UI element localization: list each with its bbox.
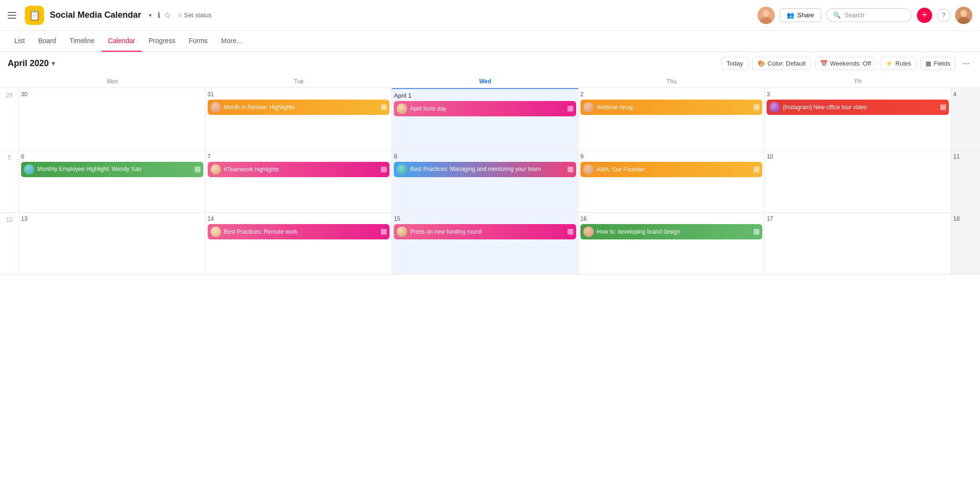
day-cell-apr15[interactable]: 15 Press on new funding round — [392, 213, 579, 275]
day-cell-apr14[interactable]: 14 Best Practices: Remote work — [206, 213, 392, 275]
event-indicator — [381, 104, 387, 110]
day-header-mon: Mon — [19, 75, 206, 88]
event-best-practices-managing[interactable]: Best Practices: Managing and mentoring y… — [394, 162, 576, 177]
day-cell-apr9[interactable]: 9 AMA: Our Founder — [579, 150, 765, 213]
week-row-1: 29 30 31 Month in Review: Highlights Apr… — [0, 88, 980, 150]
event-avatar — [397, 226, 407, 237]
event-april-fools[interactable]: April fools day — [394, 101, 576, 116]
day-num: 3 — [767, 91, 949, 98]
day-num: 30 — [21, 91, 203, 98]
menu-icon[interactable] — [8, 10, 19, 21]
star-icon[interactable]: ☆ — [164, 11, 171, 20]
day-num-apr1: April 1 — [394, 92, 576, 99]
day-cell-apr7[interactable]: 7 #Teamwork highlights — [206, 150, 392, 213]
calendar-grid: Mon Tue Wed Thu Fri 29 30 31 Month in Re… — [0, 75, 980, 275]
event-indicator — [195, 167, 200, 172]
event-instagram[interactable]: [Instagram] New office tour video — [767, 100, 949, 115]
week-row-3: 12 13 14 Best Practices: Remote work 15 … — [0, 213, 980, 275]
weekends-button[interactable]: 📅 Weekends: Off — [815, 57, 877, 70]
event-avatar — [583, 226, 594, 237]
day-cell-apr1[interactable]: April 1 April fools day — [392, 88, 579, 150]
event-press-funding[interactable]: Press on new funding round — [394, 224, 576, 239]
info-icon[interactable]: ℹ — [157, 11, 160, 20]
day-cell-apr11[interactable]: 11 — [951, 150, 980, 213]
event-avatar — [769, 102, 780, 113]
event-webinar-recap[interactable]: Webinar recap — [580, 100, 763, 115]
event-best-practices-remote[interactable]: Best Practices: Remote work — [208, 224, 390, 239]
event-label: Press on new funding round — [410, 228, 565, 235]
event-avatar — [211, 102, 221, 113]
day-num: 18 — [953, 215, 978, 222]
month-dropdown-icon[interactable]: ▾ — [52, 60, 55, 67]
day-num: 7 — [208, 153, 390, 160]
day-cell-apr8[interactable]: 8 Best Practices: Managing and mentoring… — [392, 150, 579, 213]
event-label: How to: developing brand design — [597, 228, 751, 235]
title-dropdown-icon[interactable]: ▾ — [149, 12, 152, 19]
header-right: 👥 Share 🔍 Search + ? — [757, 7, 972, 24]
day-num: 9 — [580, 153, 763, 160]
header-icons: ℹ ☆ — [157, 11, 171, 20]
today-button[interactable]: Today — [721, 57, 748, 70]
day-cell-apr2[interactable]: 2 Webinar recap — [579, 88, 765, 150]
share-button[interactable]: 👥 Share — [780, 8, 821, 22]
set-status-button[interactable]: ○ Set status — [178, 11, 212, 19]
day-cell-mar30[interactable]: 30 — [19, 88, 206, 150]
calendar-icon: 📅 — [820, 60, 828, 67]
event-month-in-review[interactable]: Month in Review: Highlights — [208, 100, 390, 115]
event-teamwork[interactable]: #Teamwork highlights — [208, 162, 390, 177]
day-num: 13 — [21, 215, 203, 222]
event-label: [Instagram] New office tour video — [783, 104, 937, 111]
event-label: Best Practices: Remote work — [224, 228, 379, 235]
day-cell-apr17[interactable]: 17 — [765, 213, 951, 275]
day-num: 11 — [953, 153, 978, 160]
more-options-button[interactable]: ··· — [959, 57, 972, 70]
tab-progress[interactable]: Progress — [142, 31, 182, 52]
share-icon: 👥 — [787, 11, 794, 19]
day-cell-apr16[interactable]: 16 How to: developing brand design — [579, 213, 765, 275]
tab-calendar[interactable]: Calendar — [101, 31, 142, 52]
event-indicator — [754, 104, 759, 110]
toolbar-right: Today 🎨 Color: Default 📅 Weekends: Off ⚡… — [721, 57, 972, 70]
day-num: 15 — [394, 215, 576, 222]
day-cell-apr6[interactable]: 6 Monthly Employee Highlight: Wendy Xao — [19, 150, 206, 213]
day-cell-apr10[interactable]: 10 — [765, 150, 951, 213]
color-icon: 🎨 — [757, 60, 765, 67]
search-box[interactable]: 🔍 Search — [826, 8, 912, 22]
event-indicator — [381, 167, 387, 172]
day-cell-apr4[interactable]: 4 — [951, 88, 980, 150]
search-icon: 🔍 — [833, 11, 841, 19]
day-cell-apr13[interactable]: 13 — [19, 213, 206, 275]
week-num-29: 29 — [0, 88, 19, 150]
tab-list[interactable]: List — [8, 31, 32, 52]
event-avatar — [397, 164, 407, 175]
day-header-tue: Tue — [206, 75, 392, 88]
tab-forms[interactable]: Forms — [182, 31, 214, 52]
event-indicator — [754, 167, 759, 172]
event-ama-founder[interactable]: AMA: Our Founder — [580, 162, 763, 177]
app-header: 📋 Social Media Calendar ▾ ℹ ☆ ○ Set stat… — [0, 0, 980, 31]
tab-more[interactable]: More... — [214, 31, 249, 52]
nav-tabs: List Board Timeline Calendar Progress Fo… — [0, 31, 980, 52]
color-button[interactable]: 🎨 Color: Default — [752, 57, 811, 70]
fields-icon: ▦ — [925, 60, 931, 67]
day-cell-apr3[interactable]: 3 [Instagram] New office tour video — [765, 88, 951, 150]
event-avatar — [24, 164, 34, 175]
event-label: #Teamwork highlights — [224, 166, 379, 173]
event-label: Best Practices: Managing and mentoring y… — [410, 166, 565, 173]
day-cell-apr18[interactable]: 18 — [951, 213, 980, 275]
tab-timeline[interactable]: Timeline — [63, 31, 101, 52]
day-cell-mar31[interactable]: 31 Month in Review: Highlights — [206, 88, 392, 150]
event-brand-design[interactable]: How to: developing brand design — [580, 224, 763, 239]
day-num: 2 — [580, 91, 763, 98]
help-button[interactable]: ? — [937, 9, 950, 22]
tab-board[interactable]: Board — [32, 31, 63, 52]
fields-button[interactable]: ▦ Fields — [920, 57, 956, 70]
event-label: AMA: Our Founder — [597, 166, 751, 173]
add-button[interactable]: + — [917, 8, 932, 23]
rules-button[interactable]: ⚡ Rules — [880, 57, 916, 70]
event-employee-highlight[interactable]: Monthly Employee Highlight: Wendy Xao — [21, 162, 203, 177]
calendar-toolbar: April 2020 ▾ Today 🎨 Color: Default 📅 We… — [0, 52, 980, 75]
day-num: 16 — [580, 215, 763, 222]
day-num: 4 — [953, 91, 978, 98]
day-header-thu: Thu — [579, 75, 765, 88]
